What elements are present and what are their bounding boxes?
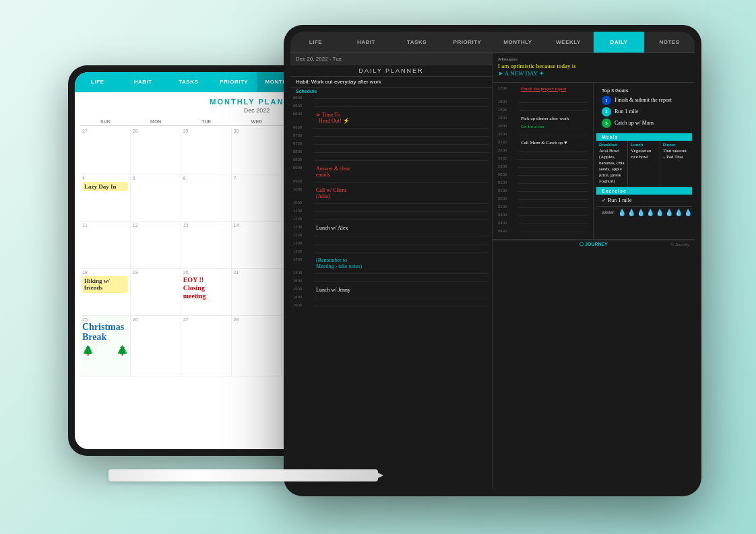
affirmation-text: I am optimistic because today is ➤ A NEW… — [498, 63, 689, 78]
meals-section: Meals Breakfast Acai Bowl (Apples, banan… — [596, 133, 692, 188]
time-label: 1300 — [293, 241, 313, 245]
day-wed: WED — [232, 118, 282, 125]
apple-pencil — [108, 469, 378, 481]
time-slot: 0000 — [495, 172, 590, 180]
cal-cell: 26 — [131, 316, 181, 376]
front-nav-tasks[interactable]: TASKS — [391, 32, 442, 53]
schedule-column: Dec 20, 2022 - Tue DAILY PLANNER Habit: … — [290, 53, 493, 490]
slot-line — [313, 273, 489, 274]
goal-num-3: 3 — [602, 119, 611, 128]
time-slot: 1100 — [290, 208, 492, 216]
journey-logo: ⬡ JOURNEY — [579, 242, 608, 247]
cal-cell: 19 — [131, 269, 181, 315]
time-label: 0000 — [498, 172, 518, 176]
slot-event-call-mum: Call Mum & Catch up ♥ — [521, 140, 567, 145]
slot-line — [313, 128, 489, 129]
goal-text-2: Run 1 mile — [615, 108, 639, 114]
slot-event-lunch-alex: Lunch w/ Alex — [316, 225, 348, 231]
time-slot: 0300 — [495, 212, 590, 220]
time-label: 0430 — [498, 229, 518, 233]
time-label: 1800 — [498, 100, 518, 104]
goal-item-2: 2 Run 1 mile — [602, 107, 687, 116]
cal-cell: 30 — [232, 127, 282, 174]
back-nav-life[interactable]: LIFE — [75, 72, 121, 92]
time-label: 1830 — [498, 108, 518, 112]
slot-line — [313, 152, 489, 153]
time-slot: 1300 — [290, 240, 492, 248]
slot-event-lunch-jenny: Lunch w/ Jenny — [316, 287, 350, 293]
time-slot: 0600 ⊳ Time To Head Out! ⚡ — [290, 111, 492, 125]
slot-line — [313, 298, 489, 298]
slot-event-time-out: ⊳ Time To Head Out! ⚡ — [316, 112, 350, 124]
time-label: 2230 — [498, 156, 518, 160]
slot-event-pickup-dinner: Pick up dinner after work — [521, 116, 569, 121]
breakfast-label: Breakfast — [599, 143, 625, 147]
front-nav-monthly[interactable]: MONTHLY — [493, 32, 543, 53]
time-slot: 0430 — [495, 228, 590, 236]
cal-cell: 27 — [181, 316, 232, 376]
affirmation-line2: ➤ A NEW DAY ✦ — [498, 70, 544, 77]
time-slot: 2100 — [495, 131, 590, 139]
time-slot: 2200 — [495, 147, 590, 156]
time-slot: 1430 — [290, 270, 492, 278]
front-nav-weekly[interactable]: WEEKLY — [543, 32, 594, 53]
day-tue: TUE — [181, 118, 232, 125]
lunch-label: Lunch — [631, 143, 656, 147]
goal-num-2: 2 — [602, 107, 611, 116]
front-nav-life[interactable]: LIFE — [290, 32, 341, 53]
water-label: Water: — [602, 210, 615, 215]
back-nav-priority[interactable]: PRIORITY — [212, 72, 257, 92]
time-label: 1630 — [293, 303, 313, 307]
time-slot: 1030 — [290, 200, 492, 208]
breakfast-text: Acai Bowl (Apples, bananas, chia seeds, … — [599, 148, 625, 185]
front-nav-daily[interactable]: DAILY — [594, 32, 644, 53]
time-label: 2300 — [498, 164, 518, 168]
time-label: 1200 — [293, 225, 313, 229]
time-label: 0100 — [498, 180, 518, 185]
time-label: 0230 — [498, 205, 518, 209]
slot-line — [313, 182, 489, 182]
time-slot: 1630 — [290, 302, 492, 310]
time-slot: 0930 — [290, 178, 492, 187]
time-label: 0400 — [498, 221, 518, 225]
slot-event-go-run: Go for a run — [521, 124, 544, 129]
time-slot: 1530 Lunch w/ Jenny — [290, 286, 492, 294]
time-slot: 1830 — [495, 107, 590, 115]
drop-5: 💧 — [656, 209, 664, 216]
front-nav-notes[interactable]: NOTES — [644, 32, 695, 53]
drop-6: 💧 — [665, 209, 673, 216]
dinner-text: Thai takeout – Pad Thai — [663, 148, 689, 160]
goals-section: Top 3 Goals 1 Finish & submit the report… — [596, 86, 692, 133]
front-nav-habit[interactable]: HABIT — [341, 32, 391, 53]
time-label: 1130 — [293, 217, 313, 221]
slot-line — [313, 136, 489, 137]
cal-cell: 28 — [131, 127, 181, 174]
time-slot: 1700 Finish the project report — [495, 86, 590, 99]
info-column: Affirmation: I am optimistic because tod… — [493, 53, 695, 490]
slot-line — [313, 203, 489, 204]
slot-line — [313, 106, 489, 107]
time-slot: 1200 Lunch w/ Alex — [290, 224, 492, 232]
habit-row: Habit: Work out everyday after work — [290, 77, 492, 88]
meal-dinner: Dinner Thai takeout – Pad Thai — [660, 141, 692, 187]
time-label: 0630 — [293, 125, 313, 129]
cal-cell: 12 — [131, 222, 181, 268]
time-slot: 0130 — [495, 188, 590, 196]
cal-cell: 27 — [80, 127, 131, 174]
front-nav-priority[interactable]: PRIORITY — [442, 32, 493, 53]
affirmation-label: Affirmation: — [498, 57, 689, 61]
time-slot: 0730 — [290, 141, 492, 149]
schedule-label: Schedule — [290, 88, 492, 95]
time-slot: 1800 — [495, 99, 590, 107]
cal-cell: 11 — [80, 222, 131, 268]
slot-line — [313, 144, 489, 145]
time-slot: 2130 Call Mum & Catch up ♥ — [495, 139, 590, 147]
back-nav-tasks[interactable]: TASKS — [166, 72, 212, 92]
time-label: 1000 — [293, 187, 313, 191]
time-slot: 0900 Answer & clearemails — [290, 165, 492, 178]
back-nav-habit[interactable]: HABIT — [121, 72, 166, 92]
slot-event-finish-report: Finish the project report — [521, 86, 566, 92]
time-slot: 0530 — [290, 103, 492, 111]
time-slot: 0700 — [290, 133, 492, 141]
slot-line — [313, 252, 489, 253]
